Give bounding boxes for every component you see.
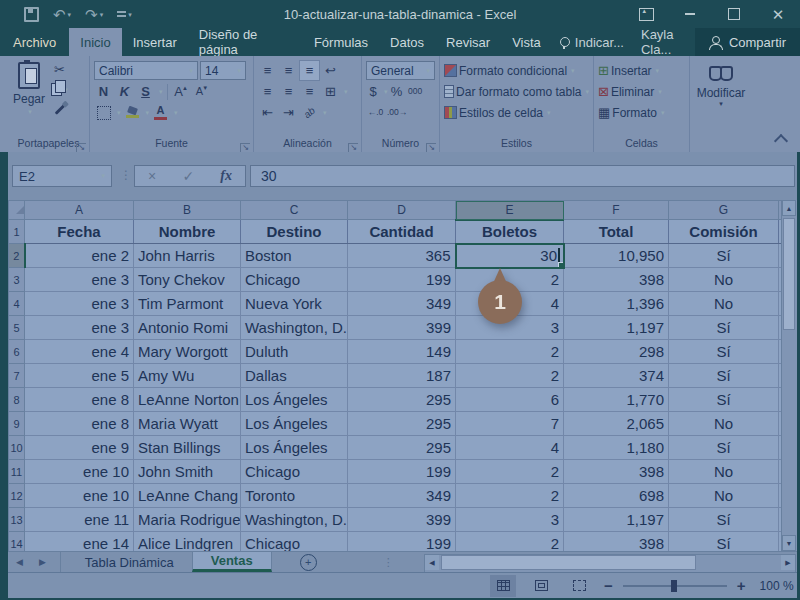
cell-C8[interactable]: Los Ángeles bbox=[241, 388, 348, 412]
zoom-out-button[interactable]: − bbox=[604, 578, 613, 593]
wrap-text-button[interactable]: ↩ bbox=[321, 61, 340, 80]
cell-C12[interactable]: Toronto bbox=[241, 484, 348, 508]
fill-handle[interactable] bbox=[558, 262, 564, 268]
vertical-scrollbar[interactable]: ▲ ▼ bbox=[781, 200, 797, 551]
cell-E6[interactable]: 2 bbox=[456, 340, 564, 364]
tab-datos[interactable]: Datos bbox=[379, 28, 435, 56]
ribbon-group-editing[interactable]: Modificar ▾ bbox=[690, 56, 752, 152]
cell-F12[interactable]: 698 bbox=[564, 484, 669, 508]
copy-button[interactable]: ▾ bbox=[50, 80, 69, 99]
scroll-up-arrow[interactable]: ▲ bbox=[782, 200, 796, 216]
row-header-12[interactable]: 12 bbox=[9, 484, 25, 508]
cell-F10[interactable]: 1,180 bbox=[564, 436, 669, 460]
cell-G12[interactable]: No bbox=[669, 484, 779, 508]
header-cell-F1[interactable]: Total bbox=[564, 220, 669, 244]
increase-indent-button[interactable]: ⇥ bbox=[279, 103, 298, 122]
cell-C10[interactable]: Los Ángeles bbox=[241, 436, 348, 460]
minimize-button[interactable] bbox=[668, 0, 712, 28]
cell-B2[interactable]: John Harris bbox=[134, 244, 241, 268]
tell-me-box[interactable]: Indicar... bbox=[552, 28, 632, 56]
cell-E13[interactable]: 3 bbox=[456, 508, 564, 532]
cell-B10[interactable]: Stan Billings bbox=[134, 436, 241, 460]
tab-diseno-de-pagina[interactable]: Diseño de página bbox=[188, 28, 303, 56]
confirm-entry-button[interactable]: ✓ bbox=[182, 168, 194, 184]
row-header-14[interactable]: 14 bbox=[9, 532, 25, 552]
cell-F14[interactable]: 398 bbox=[564, 532, 669, 552]
collapse-ribbon-button[interactable] bbox=[774, 134, 788, 148]
cell-F8[interactable]: 1,770 bbox=[564, 388, 669, 412]
align-center-button[interactable]: ≡ bbox=[279, 82, 298, 101]
cell-A8[interactable]: ene 8 bbox=[25, 388, 134, 412]
formula-input[interactable]: 30 bbox=[250, 165, 795, 187]
column-header-E[interactable]: E bbox=[456, 201, 564, 220]
header-cell-A1[interactable]: Fecha bbox=[25, 220, 134, 244]
cell-B14[interactable]: Alice Lindgren bbox=[134, 532, 241, 552]
column-header-D[interactable]: D bbox=[348, 201, 456, 220]
scroll-left-arrow[interactable]: ◀ bbox=[425, 555, 439, 570]
cell-styles-button[interactable]: Estilos de celda▾ bbox=[440, 102, 593, 123]
row-header-2[interactable]: 2 bbox=[9, 244, 25, 268]
insert-cells-button[interactable]: ⊞Insertar▾ bbox=[594, 60, 689, 81]
cell-D7[interactable]: 187 bbox=[348, 364, 456, 388]
align-right-button[interactable]: ≡ bbox=[300, 82, 319, 101]
cell-B12[interactable]: LeAnne Chang bbox=[134, 484, 241, 508]
column-header-C[interactable]: C bbox=[241, 201, 348, 220]
undo-button[interactable]: ↶▾ bbox=[53, 7, 71, 22]
tab-archivo[interactable]: Archivo bbox=[0, 28, 69, 56]
cell-F13[interactable]: 1,197 bbox=[564, 508, 669, 532]
sheet-tab-ventas[interactable]: Ventas bbox=[192, 552, 272, 572]
cell-C7[interactable]: Dallas bbox=[241, 364, 348, 388]
cell-A3[interactable]: ene 3 bbox=[25, 268, 134, 292]
align-middle-button[interactable]: ≡ bbox=[279, 61, 298, 80]
cell-A12[interactable]: ene 10 bbox=[25, 484, 134, 508]
cell-B8[interactable]: LeAnne Norton bbox=[134, 388, 241, 412]
row-header-8[interactable]: 8 bbox=[9, 388, 25, 412]
row-header-9[interactable]: 9 bbox=[9, 412, 25, 436]
conditional-formatting-button[interactable]: Formato condicional▾ bbox=[440, 60, 593, 81]
tab-revisar[interactable]: Revisar bbox=[435, 28, 501, 56]
decrease-indent-button[interactable]: ⇤ bbox=[258, 103, 277, 122]
cell-C2[interactable]: Boston bbox=[241, 244, 348, 268]
sheet-tab-tabla-dinamica[interactable]: Tabla Dinámica bbox=[67, 552, 192, 572]
italic-button[interactable]: K bbox=[115, 82, 134, 101]
cell-G6[interactable]: Sí bbox=[669, 340, 779, 364]
scroll-right-arrow[interactable]: ▶ bbox=[781, 555, 795, 570]
cell-G2[interactable]: Sí bbox=[669, 244, 779, 268]
cell-G7[interactable]: Sí bbox=[669, 364, 779, 388]
cell-D14[interactable]: 199 bbox=[348, 532, 456, 552]
cell-B5[interactable]: Antonio Romi bbox=[134, 316, 241, 340]
zoom-level[interactable]: 100 % bbox=[760, 579, 794, 593]
cell-C13[interactable]: Washington, D.C. bbox=[241, 508, 348, 532]
horizontal-scrollbar[interactable]: ◀ ▶ bbox=[424, 554, 796, 573]
cell-C4[interactable]: Nueva York bbox=[241, 292, 348, 316]
cell-D9[interactable]: 295 bbox=[348, 412, 456, 436]
borders-button[interactable] bbox=[94, 103, 113, 122]
cell-E14[interactable]: 2 bbox=[456, 532, 564, 552]
underline-button[interactable]: S bbox=[136, 82, 155, 101]
currency-format-button[interactable]: $ bbox=[366, 82, 380, 101]
decrease-font-button[interactable]: A▼ bbox=[193, 82, 212, 101]
header-cell-C1[interactable]: Destino bbox=[241, 220, 348, 244]
redo-button[interactable]: ↷▾ bbox=[85, 7, 103, 22]
column-header-G[interactable]: G bbox=[669, 201, 779, 220]
tab-inicio[interactable]: Inicio bbox=[69, 28, 121, 56]
select-all-corner[interactable] bbox=[9, 201, 25, 220]
row-header-4[interactable]: 4 bbox=[9, 292, 25, 316]
account-name[interactable]: Kayla Cla... bbox=[632, 28, 695, 56]
cut-button[interactable]: ✂ bbox=[50, 60, 69, 79]
cell-A13[interactable]: ene 11 bbox=[25, 508, 134, 532]
cell-D6[interactable]: 149 bbox=[348, 340, 456, 364]
cell-F2[interactable]: 10,950 bbox=[564, 244, 669, 268]
header-cell-D1[interactable]: Cantidad bbox=[348, 220, 456, 244]
number-format-combo[interactable]: General▾ bbox=[366, 61, 435, 80]
column-header-A[interactable]: A bbox=[25, 201, 134, 220]
cell-B4[interactable]: Tim Parmont bbox=[134, 292, 241, 316]
cell-D12[interactable]: 349 bbox=[348, 484, 456, 508]
align-top-button[interactable]: ≡ bbox=[258, 61, 277, 80]
cell-B13[interactable]: Maria Rodriguez bbox=[134, 508, 241, 532]
share-button[interactable]: Compartir bbox=[695, 28, 800, 56]
dialog-launcher-font[interactable]: ↘ bbox=[240, 143, 250, 152]
cell-C9[interactable]: Los Ángeles bbox=[241, 412, 348, 436]
cell-F5[interactable]: 1,197 bbox=[564, 316, 669, 340]
cell-G5[interactable]: Sí bbox=[669, 316, 779, 340]
